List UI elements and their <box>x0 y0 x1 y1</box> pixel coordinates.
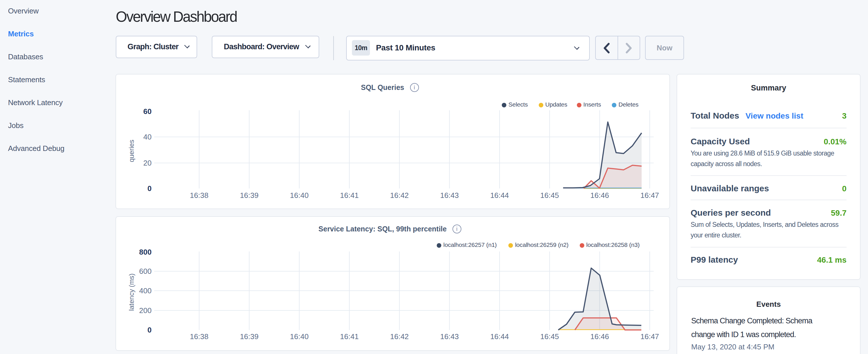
svg-text:600: 600 <box>139 267 152 276</box>
svg-text:0: 0 <box>148 326 152 334</box>
svg-text:16:44: 16:44 <box>490 191 509 200</box>
svg-text:16:45: 16:45 <box>540 332 559 341</box>
svg-text:800: 800 <box>139 249 152 256</box>
svg-text:16:39: 16:39 <box>240 332 258 341</box>
svg-text:16:40: 16:40 <box>290 332 309 341</box>
svg-text:200: 200 <box>139 306 152 315</box>
svg-text:16:43: 16:43 <box>440 332 459 341</box>
svg-text:16:44: 16:44 <box>490 332 509 341</box>
svg-text:16:40: 16:40 <box>290 191 309 200</box>
svg-text:0: 0 <box>148 184 152 193</box>
svg-text:16:42: 16:42 <box>390 191 409 200</box>
svg-text:16:39: 16:39 <box>240 191 258 200</box>
svg-text:16:46: 16:46 <box>590 191 609 200</box>
svg-text:latency (ms): latency (ms) <box>127 273 135 311</box>
svg-text:20: 20 <box>143 159 152 167</box>
svg-text:16:43: 16:43 <box>440 191 459 200</box>
svg-text:60: 60 <box>143 109 152 116</box>
svg-text:16:38: 16:38 <box>190 332 208 341</box>
svg-text:16:47: 16:47 <box>641 332 659 341</box>
svg-text:16:46: 16:46 <box>590 332 609 341</box>
svg-text:16:47: 16:47 <box>641 191 659 200</box>
svg-text:40: 40 <box>143 133 152 141</box>
svg-text:400: 400 <box>139 286 152 295</box>
svg-text:16:41: 16:41 <box>340 332 359 341</box>
svg-text:16:38: 16:38 <box>190 191 208 200</box>
svg-text:16:42: 16:42 <box>390 332 409 341</box>
svg-text:16:45: 16:45 <box>540 191 559 200</box>
svg-text:queries: queries <box>127 140 135 162</box>
svg-text:16:41: 16:41 <box>340 191 359 200</box>
